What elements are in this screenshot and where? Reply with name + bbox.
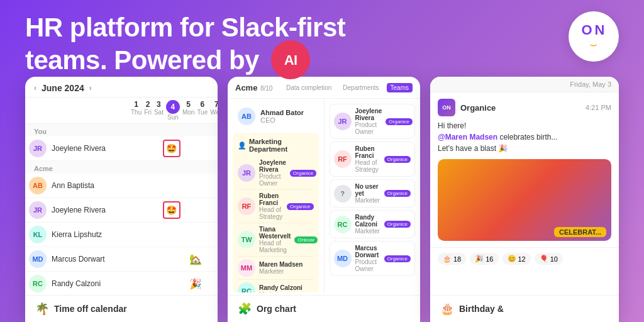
cake-emoji: 🎂 bbox=[443, 255, 452, 263]
day-col-1: 1 Thu bbox=[130, 97, 143, 123]
org-footer-icon: 🧩 bbox=[238, 302, 252, 316]
dept-card: 👤 Marketing Department JR Joeylene River… bbox=[233, 133, 319, 292]
org-footer-label: Org chart bbox=[257, 304, 296, 314]
tab-departments[interactable]: Departments bbox=[339, 83, 382, 92]
reaction-cake[interactable]: 🎂 18 bbox=[438, 253, 466, 265]
avatar: JR bbox=[29, 140, 47, 157]
slack-message-body: Hi there! @Maren Madsen celebrates birth… bbox=[438, 120, 611, 154]
section-you: You bbox=[25, 124, 218, 136]
person-info: Randy Calzoni Marketer bbox=[355, 214, 380, 235]
table-row: AB Ann Baptista bbox=[25, 174, 218, 198]
person-cell: AB Ann Baptista bbox=[29, 174, 130, 197]
ceo-name: Ahmad Bator bbox=[260, 109, 304, 116]
day-col-5: 5 Mon bbox=[181, 97, 196, 123]
person-cell: JR Joeylene Rivera bbox=[29, 199, 130, 221]
calendar-month-label: June 2024 bbox=[42, 83, 84, 93]
slack-footer: 🎂 Birthday & bbox=[430, 295, 619, 322]
hero-section: HR platform for Slack-first teams. Power… bbox=[25, 13, 345, 82]
cal-cell bbox=[130, 272, 142, 296]
cal-cell bbox=[153, 272, 165, 296]
reaction-smile[interactable]: 😊 12 bbox=[502, 253, 531, 265]
ceo-card: AB Ahmad Bator CEO bbox=[233, 104, 319, 129]
person-info: Tiana Westervelt Head of Marketing bbox=[259, 226, 291, 253]
calendar-footer-label: Time off calendar bbox=[54, 304, 127, 314]
list-item: ? No user yet Marketer Organice bbox=[330, 179, 416, 208]
reaction-count: 12 bbox=[518, 255, 526, 263]
cal-cell bbox=[130, 247, 142, 271]
cal-cell bbox=[165, 174, 177, 197]
avatar: KL bbox=[29, 226, 47, 243]
hero-line2: teams. Powered by bbox=[25, 45, 259, 75]
slack-msg-continuation: celebrates birth... bbox=[499, 133, 557, 142]
person-info: Joeylene Rivera Product Owner bbox=[259, 159, 286, 187]
dept-name: Marketing Department bbox=[249, 138, 314, 153]
cal-cell bbox=[202, 272, 214, 296]
avatar: MD bbox=[29, 250, 47, 268]
emoji-icon: 🏡 bbox=[189, 253, 202, 265]
calendar-footer: 🌴 Time off calendar bbox=[25, 295, 218, 322]
org-employee-count: 8/10 bbox=[260, 85, 272, 92]
slack-birthday-image: CELEBRAT... bbox=[438, 159, 611, 241]
list-item: RC Randy Calzoni Marketer Organice bbox=[330, 210, 416, 238]
person-info: Randy Calzoni Marketer bbox=[259, 284, 303, 292]
cal-cell bbox=[153, 247, 165, 271]
organice-badge: Organice bbox=[384, 190, 411, 197]
cal-cell-emoji: 🏡 bbox=[190, 247, 202, 271]
cal-cell bbox=[202, 247, 214, 271]
avatar: JR bbox=[29, 201, 47, 219]
slack-msg-line2: Let's have a blast 🎉 bbox=[438, 143, 611, 154]
avatar: TW bbox=[238, 231, 255, 248]
person-info: Ruben Franci Head of Strategy bbox=[355, 145, 380, 173]
table-row: MD Marcus Dorwart 🏡 bbox=[25, 247, 218, 272]
smile-emoji: 😊 bbox=[508, 255, 516, 263]
organice-badge: Organice bbox=[384, 156, 411, 163]
org-company-name: Acme bbox=[235, 83, 257, 92]
tab-data-completion[interactable]: Data completion bbox=[282, 83, 335, 92]
calendar-footer-icon: 🌴 bbox=[35, 302, 49, 316]
cal-cell bbox=[165, 223, 177, 247]
party-emoji: 🎉 bbox=[475, 255, 484, 263]
avatar: RF bbox=[238, 197, 255, 215]
tab-teams[interactable]: Teams bbox=[387, 83, 413, 92]
cal-cell bbox=[142, 136, 153, 160]
person-info: Maren Madsen Marketer bbox=[259, 261, 303, 275]
cal-cell bbox=[190, 223, 202, 247]
slack-reactions: 🎂 18 🎉 16 😊 12 🎈 10 bbox=[430, 248, 619, 270]
cal-cell bbox=[165, 247, 177, 271]
celebrate-text: CELEBRAT... bbox=[554, 227, 606, 237]
next-month-button[interactable]: › bbox=[89, 84, 92, 92]
slack-card: Friday, May 3 ON Organice 4:21 PM Hi the… bbox=[430, 77, 619, 322]
cards-row: ‹ June 2024 › 1 Thu 2 Fri 3 Sat 4 Sun bbox=[25, 77, 619, 322]
reaction-party[interactable]: 🎉 16 bbox=[470, 253, 498, 265]
slack-mention: @Maren Madsen bbox=[438, 133, 497, 142]
cal-cell bbox=[142, 272, 153, 296]
person-name: Joeylene Rivera bbox=[52, 206, 106, 214]
onboar-badge: Onboar bbox=[294, 236, 318, 243]
cal-cell bbox=[142, 198, 153, 222]
person-info: No user yet Marketer bbox=[355, 183, 380, 204]
table-row: RC Randy Calzoni 🎉 bbox=[25, 272, 218, 296]
avatar: RF bbox=[334, 150, 352, 168]
cal-cell bbox=[202, 174, 214, 197]
cal-cell bbox=[178, 247, 190, 271]
list-item: TW Tiana Westervelt Head of Marketing On… bbox=[238, 223, 314, 257]
cal-cell bbox=[153, 223, 165, 247]
cal-cell bbox=[178, 223, 190, 247]
person-cell: KL Kierra Lipshutz bbox=[29, 223, 130, 246]
reaction-balloon[interactable]: 🎈 10 bbox=[535, 253, 563, 265]
logo-o: O bbox=[581, 22, 593, 38]
slack-date-bar: Friday, May 3 bbox=[430, 77, 619, 92]
organice-badge: Organice bbox=[384, 255, 411, 262]
emoji-icon: 🎉 bbox=[189, 278, 202, 290]
org-left-panel: AB Ahmad Bator CEO 👤 Marketing Departmen… bbox=[228, 99, 325, 292]
org-chart-card: Acme 8/10 Data completion Departments Te… bbox=[228, 77, 420, 322]
cal-cell bbox=[165, 272, 177, 296]
day-col-3: 3 Sat bbox=[153, 97, 165, 123]
prev-month-button[interactable]: ‹ bbox=[34, 84, 36, 92]
org-company-info: Acme 8/10 bbox=[235, 82, 272, 93]
logo-inner: O N ⌣ bbox=[581, 22, 606, 52]
person-name: Randy Calzoni bbox=[52, 279, 101, 288]
day-col-4-today: 4 Sun bbox=[165, 97, 181, 123]
cal-cell bbox=[202, 136, 214, 160]
cal-cell bbox=[190, 174, 202, 197]
